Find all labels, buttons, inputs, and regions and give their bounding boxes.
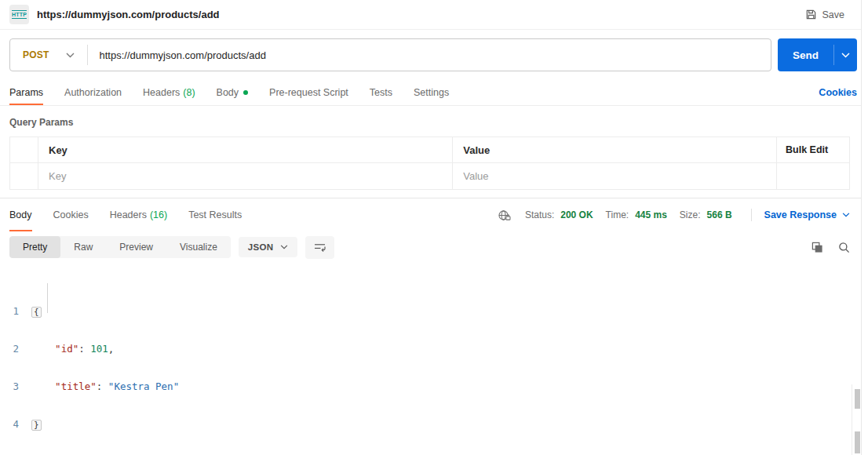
fold-toggle-close[interactable]: } <box>31 420 42 431</box>
tab-body-label: Body <box>217 87 239 98</box>
view-mode-switcher: Pretty Raw Preview Visualize <box>9 236 231 258</box>
url-input[interactable] <box>88 49 771 61</box>
tab-tests-label: Tests <box>370 87 392 98</box>
line-number-2[interactable]: 2 <box>0 342 31 356</box>
language-selector-label: JSON <box>248 242 274 252</box>
request-tab-title[interactable]: https://dummyjson.com/products/add <box>37 9 220 20</box>
select-column-header <box>10 137 38 163</box>
code-line-3: 3 "title": "Kestra Pen" <box>0 380 868 394</box>
request-body-empty-area <box>0 190 868 198</box>
send-options-button[interactable] <box>834 38 857 71</box>
body-modified-dot <box>243 90 248 95</box>
method-label: POST <box>23 49 49 60</box>
code-line-2: 2 "id": 101, <box>0 342 868 356</box>
size-value[interactable]: 566 B <box>707 209 732 220</box>
response-header: Body Cookies Headers (16) Test Results <box>0 198 868 231</box>
json-value-id: 101 <box>90 343 108 355</box>
key-input[interactable] <box>49 170 442 182</box>
save-button[interactable]: Save <box>805 9 845 20</box>
send-button-label[interactable]: Send <box>778 38 833 71</box>
request-tab-bar: HTTP https://dummyjson.com/products/add … <box>0 0 868 30</box>
row-actions-cell <box>777 163 849 189</box>
json-key-title: "title" <box>55 380 97 392</box>
query-params-section: Query Params Key Value Bulk Edit <box>0 106 868 190</box>
view-mode-pretty[interactable]: Pretty <box>9 236 60 258</box>
status-label: Status: <box>525 209 554 220</box>
cookies-link[interactable]: Cookies <box>819 80 857 105</box>
save-button-label: Save <box>822 9 845 20</box>
url-box: POST <box>9 38 771 71</box>
tab-settings[interactable]: Settings <box>414 80 449 105</box>
tab-settings-label: Settings <box>414 87 449 98</box>
http-icon-label: HTTP <box>12 10 27 19</box>
status-value[interactable]: 200 OK <box>560 209 593 220</box>
view-mode-preview[interactable]: Preview <box>106 236 166 258</box>
meta-divider <box>751 209 752 221</box>
key-column-header: Key <box>38 137 453 163</box>
line-number-3[interactable]: 3 <box>0 380 31 394</box>
request-url-row: POST Send <box>0 30 868 80</box>
bulk-edit-button[interactable]: Bulk Edit <box>777 137 849 163</box>
network-globe-lock-icon[interactable] <box>498 209 511 221</box>
line-number-1[interactable]: 1 <box>0 304 31 318</box>
tab-headers[interactable]: Headers (8) <box>143 80 195 105</box>
tab-headers-label: Headers <box>143 87 180 98</box>
response-tab-cookies[interactable]: Cookies <box>53 198 89 231</box>
code-scrollbar-gutter <box>852 384 852 455</box>
row-select-cell[interactable] <box>10 163 38 189</box>
tab-pre-request-script[interactable]: Pre-request Script <box>269 80 348 105</box>
language-selector[interactable]: JSON <box>239 237 298 257</box>
tab-params[interactable]: Params <box>9 80 43 105</box>
method-selector[interactable]: POST <box>10 49 87 60</box>
query-params-title: Query Params <box>9 117 850 128</box>
save-response-label: Save Response <box>764 209 837 220</box>
code-line-4: 4 } <box>0 417 868 431</box>
save-response-button[interactable]: Save Response <box>764 209 850 220</box>
time-value[interactable]: 445 ms <box>635 209 667 220</box>
headers-count-badge: (8) <box>183 87 195 98</box>
key-input-cell <box>38 163 453 189</box>
wrap-text-icon <box>314 242 326 253</box>
send-button[interactable]: Send <box>778 38 857 71</box>
view-mode-visualize[interactable]: Visualize <box>166 236 231 258</box>
json-key-id: "id" <box>55 343 78 355</box>
request-tabs: Params Authorization Headers (8) Body Pr… <box>0 80 868 106</box>
fold-guide-line <box>47 283 48 313</box>
tab-authorization-label: Authorization <box>64 87 122 98</box>
response-tab-body-label: Body <box>9 209 32 220</box>
page-scrollbar-thumb[interactable] <box>855 431 860 453</box>
response-toolbar: Pretty Raw Preview Visualize JSON <box>0 231 868 263</box>
tab-pre-request-script-label: Pre-request Script <box>269 87 348 98</box>
chevron-down-icon <box>66 53 75 58</box>
time-label: Time: <box>606 209 629 220</box>
tab-body[interactable]: Body <box>217 80 249 105</box>
response-meta: Status: 200 OK Time: 445 ms Size: 566 B … <box>498 198 850 231</box>
app-window: HTTP https://dummyjson.com/products/add … <box>0 0 868 455</box>
response-tab-cookies-label: Cookies <box>53 209 89 220</box>
copy-icon[interactable] <box>811 242 823 253</box>
code-scrollbar-thumb[interactable] <box>855 389 860 409</box>
tab-authorization[interactable]: Authorization <box>64 80 122 105</box>
value-input-cell <box>453 163 777 189</box>
right-sidebar-rail <box>861 0 868 455</box>
line-number-4[interactable]: 4 <box>0 417 31 431</box>
response-tab-headers-label: Headers <box>110 209 147 220</box>
response-tab-headers[interactable]: Headers (16) <box>110 198 167 231</box>
response-body-viewer[interactable]: 1 { 2 "id": 101, 3 "title": "Kestra Pen"… <box>0 263 868 455</box>
http-request-icon: HTTP <box>9 5 29 24</box>
wrap-text-button[interactable] <box>305 236 334 259</box>
fold-toggle-open[interactable]: { <box>31 307 42 318</box>
response-tool-icons <box>811 242 850 253</box>
view-mode-raw[interactable]: Raw <box>60 236 106 258</box>
value-input[interactable] <box>463 170 766 182</box>
floppy-save-icon <box>805 9 817 20</box>
response-headers-count-badge: (16) <box>150 209 167 220</box>
response-tab-test-results[interactable]: Test Results <box>188 198 242 231</box>
query-params-table: Key Value Bulk Edit <box>9 136 850 190</box>
tab-tests[interactable]: Tests <box>370 80 392 105</box>
value-column-header: Value <box>453 137 777 163</box>
response-section: Body Cookies Headers (16) Test Results <box>0 198 868 455</box>
search-icon[interactable] <box>838 242 850 253</box>
response-tab-body[interactable]: Body <box>9 198 32 231</box>
response-tab-test-results-label: Test Results <box>188 209 242 220</box>
